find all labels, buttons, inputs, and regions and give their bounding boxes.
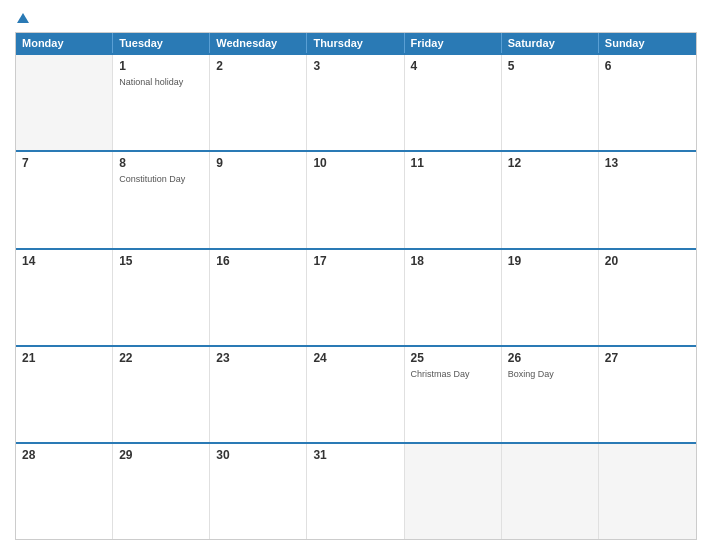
- logo-triangle-icon: [17, 13, 29, 23]
- day-number: 16: [216, 254, 300, 268]
- header: [15, 10, 697, 24]
- header-day-sunday: Sunday: [599, 33, 696, 53]
- cal-cell: 3: [307, 55, 404, 150]
- day-number: 14: [22, 254, 106, 268]
- week-3: 14151617181920: [16, 248, 696, 345]
- holiday-label: Christmas Day: [411, 369, 470, 379]
- header-day-tuesday: Tuesday: [113, 33, 210, 53]
- calendar: MondayTuesdayWednesdayThursdayFridaySatu…: [15, 32, 697, 540]
- day-number: 19: [508, 254, 592, 268]
- day-number: 8: [119, 156, 203, 170]
- day-number: 15: [119, 254, 203, 268]
- cal-cell: 12: [502, 152, 599, 247]
- holiday-label: National holiday: [119, 77, 183, 87]
- day-number: 27: [605, 351, 690, 365]
- week-4: 2122232425Christmas Day26Boxing Day27: [16, 345, 696, 442]
- header-day-thursday: Thursday: [307, 33, 404, 53]
- header-day-monday: Monday: [16, 33, 113, 53]
- cal-cell: 26Boxing Day: [502, 347, 599, 442]
- day-number: 28: [22, 448, 106, 462]
- logo: [15, 10, 29, 24]
- day-number: 22: [119, 351, 203, 365]
- header-day-friday: Friday: [405, 33, 502, 53]
- cal-cell: [405, 444, 502, 539]
- day-number: 24: [313, 351, 397, 365]
- cal-cell: 13: [599, 152, 696, 247]
- day-number: 25: [411, 351, 495, 365]
- week-2: 78Constitution Day910111213: [16, 150, 696, 247]
- cal-cell: 7: [16, 152, 113, 247]
- cal-cell: 5: [502, 55, 599, 150]
- cal-cell: 25Christmas Day: [405, 347, 502, 442]
- day-number: 7: [22, 156, 106, 170]
- cal-cell: [599, 444, 696, 539]
- cal-cell: 19: [502, 250, 599, 345]
- cal-cell: 16: [210, 250, 307, 345]
- day-number: 17: [313, 254, 397, 268]
- cal-cell: [502, 444, 599, 539]
- day-number: 30: [216, 448, 300, 462]
- cal-cell: 29: [113, 444, 210, 539]
- cal-cell: 21: [16, 347, 113, 442]
- calendar-body: 1National holiday2345678Constitution Day…: [16, 53, 696, 539]
- cal-cell: 30: [210, 444, 307, 539]
- cal-cell: [16, 55, 113, 150]
- week-1: 1National holiday23456: [16, 53, 696, 150]
- cal-cell: 23: [210, 347, 307, 442]
- day-number: 2: [216, 59, 300, 73]
- day-number: 13: [605, 156, 690, 170]
- day-number: 11: [411, 156, 495, 170]
- day-number: 1: [119, 59, 203, 73]
- cal-cell: 9: [210, 152, 307, 247]
- day-number: 18: [411, 254, 495, 268]
- cal-cell: 24: [307, 347, 404, 442]
- calendar-header: MondayTuesdayWednesdayThursdayFridaySatu…: [16, 33, 696, 53]
- day-number: 20: [605, 254, 690, 268]
- holiday-label: Boxing Day: [508, 369, 554, 379]
- holiday-label: Constitution Day: [119, 174, 185, 184]
- cal-cell: 15: [113, 250, 210, 345]
- cal-cell: 6: [599, 55, 696, 150]
- day-number: 3: [313, 59, 397, 73]
- cal-cell: 10: [307, 152, 404, 247]
- day-number: 29: [119, 448, 203, 462]
- cal-cell: 20: [599, 250, 696, 345]
- week-5: 28293031: [16, 442, 696, 539]
- header-day-saturday: Saturday: [502, 33, 599, 53]
- cal-cell: 31: [307, 444, 404, 539]
- cal-cell: 14: [16, 250, 113, 345]
- cal-cell: 22: [113, 347, 210, 442]
- day-number: 31: [313, 448, 397, 462]
- cal-cell: 11: [405, 152, 502, 247]
- cal-cell: 28: [16, 444, 113, 539]
- logo-text: [15, 10, 29, 24]
- day-number: 5: [508, 59, 592, 73]
- cal-cell: 17: [307, 250, 404, 345]
- cal-cell: 18: [405, 250, 502, 345]
- day-number: 12: [508, 156, 592, 170]
- day-number: 6: [605, 59, 690, 73]
- day-number: 10: [313, 156, 397, 170]
- day-number: 21: [22, 351, 106, 365]
- page: MondayTuesdayWednesdayThursdayFridaySatu…: [0, 0, 712, 550]
- cal-cell: 1National holiday: [113, 55, 210, 150]
- day-number: 9: [216, 156, 300, 170]
- cal-cell: 8Constitution Day: [113, 152, 210, 247]
- cal-cell: 4: [405, 55, 502, 150]
- day-number: 4: [411, 59, 495, 73]
- cal-cell: 27: [599, 347, 696, 442]
- header-day-wednesday: Wednesday: [210, 33, 307, 53]
- day-number: 23: [216, 351, 300, 365]
- day-number: 26: [508, 351, 592, 365]
- cal-cell: 2: [210, 55, 307, 150]
